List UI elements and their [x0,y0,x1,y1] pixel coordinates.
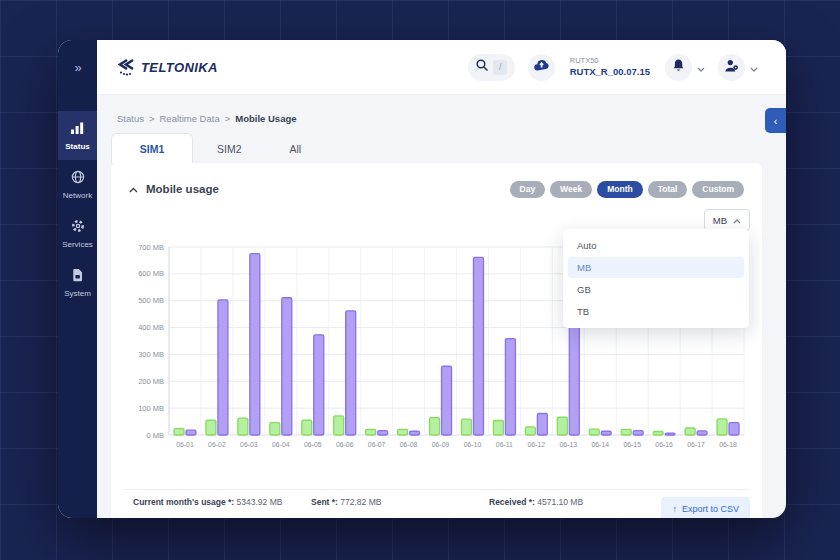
breadcrumb: Status>Realtime Data>Mobile Usage [117,113,762,124]
app-window: » Status Network Services [58,40,786,518]
unit-option-tb[interactable]: TB [568,301,744,322]
user-gear-icon [724,58,739,77]
globe-icon [71,170,85,188]
sidebar-item-services[interactable]: Services [58,209,97,258]
svg-text:06-01: 06-01 [176,441,194,448]
svg-text:06-04: 06-04 [272,441,290,448]
period-month-button[interactable]: Month [597,181,643,198]
period-custom-button[interactable]: Custom [692,181,744,198]
card-header: Mobile usage Day Week Month Total Custom [123,175,750,203]
svg-text:700 MB: 700 MB [138,243,164,252]
breadcrumb-status[interactable]: Status [117,113,144,124]
svg-text:06-03: 06-03 [240,441,258,448]
sidebar-expand-icon[interactable]: » [74,60,80,75]
mobile-usage-card: Mobile usage Day Week Month Total Custom… [111,163,762,518]
chevron-up-icon [733,215,741,226]
svg-text:06-02: 06-02 [208,441,226,448]
svg-text:600 MB: 600 MB [138,269,164,278]
stat-value: 772.82 MB [340,497,381,507]
svg-text:06-07: 06-07 [368,441,386,448]
sim-tabs: SIM1 SIM2 All [111,134,762,163]
sim-card-icon [71,268,84,286]
gear-icon [71,219,85,237]
signal-bars-icon [70,121,85,139]
stat-label: Sent *: [311,497,338,507]
cloud-icon [533,58,550,76]
period-total-button[interactable]: Total [648,181,688,198]
tab-all[interactable]: All [266,134,326,163]
header-controls: / RUTX50 RUTX_R_00.07.15 [468,54,758,81]
sidebar-item-system[interactable]: System [58,258,97,307]
period-day-button[interactable]: Day [510,181,546,198]
breadcrumb-realtime-data[interactable]: Realtime Data [160,113,220,124]
unit-option-mb[interactable]: MB [568,257,744,278]
main-area: TELTONIKA / RUTX50 RUTX_R_00.07.15 [97,40,786,518]
notifications-button[interactable] [665,54,692,81]
upload-arrow-icon: ↑ [672,504,677,514]
unit-option-auto[interactable]: Auto [568,235,744,256]
svg-text:500 MB: 500 MB [138,296,164,305]
breadcrumb-separator: > [225,113,231,124]
svg-text:200 MB: 200 MB [138,377,164,386]
export-csv-button[interactable]: ↑ Export to CSV [661,497,750,518]
chevron-left-icon: ‹ [774,115,778,127]
teltonika-logo-mark [115,58,137,77]
tab-sim1[interactable]: SIM1 [111,133,193,163]
sidebar: » Status Network Services [58,40,97,518]
unit-select-value: MB [713,215,727,226]
unit-select-button[interactable]: MB [704,209,750,231]
period-pills: Day Week Month Total Custom [510,181,744,198]
sidebar-nav: Status Network Services System [58,111,97,307]
period-week-button[interactable]: Week [550,181,592,198]
user-settings-button[interactable] [718,54,745,81]
teltonika-logo[interactable]: TELTONIKA [115,58,218,77]
sidebar-item-status[interactable]: Status [58,111,97,160]
sidebar-item-label: System [64,289,91,298]
sidebar-item-label: Network [63,191,92,200]
svg-text:100 MB: 100 MB [138,404,164,413]
unit-option-gb[interactable]: GB [568,279,744,300]
stat-value: 4571.10 MB [537,497,583,507]
svg-text:06-06: 06-06 [336,441,354,448]
breadcrumb-separator: > [149,113,155,124]
breadcrumb-mobile-usage: Mobile Usage [235,113,296,124]
stat-label: Current month's usage *: [133,497,234,507]
search-shortcut-key: / [493,60,507,75]
top-header: TELTONIKA / RUTX50 RUTX_R_00.07.15 [97,40,786,95]
search-button[interactable]: / [468,54,515,81]
svg-text:06-08: 06-08 [400,441,418,448]
export-csv-label: Export to CSV [682,504,739,514]
panel-collapse-button[interactable]: ‹ [765,108,786,133]
rms-cloud-button[interactable] [528,54,555,81]
device-model: RUTX50 [570,56,650,65]
sidebar-item-network[interactable]: Network [58,160,97,209]
stat-value: 5343.92 MB [237,497,283,507]
stat-sent: Sent *: 772.82 MB [311,497,489,507]
sidebar-item-label: Services [62,240,93,249]
svg-text:06-13: 06-13 [559,441,577,448]
chevron-down-icon[interactable] [750,58,758,76]
svg-text:06-18: 06-18 [719,441,737,448]
tab-sim2[interactable]: SIM2 [193,134,266,163]
notifications-control [665,54,705,81]
card-title: Mobile usage [146,183,219,195]
collapse-chevron-icon[interactable] [129,183,138,195]
stat-received: Received *: 4571.10 MB [489,497,661,507]
search-icon [475,58,489,76]
device-info: RUTX50 RUTX_R_00.07.15 [570,56,650,77]
unit-dropdown-menu: Auto MB GB TB [563,229,749,328]
svg-text:0 MB: 0 MB [146,431,164,440]
chevron-down-icon[interactable] [697,58,705,76]
stat-current-month: Current month's usage *: 5343.92 MB [133,497,311,507]
stat-label: Received *: [489,497,535,507]
svg-text:06-14: 06-14 [591,441,609,448]
svg-text:06-05: 06-05 [304,441,322,448]
device-firmware: RUTX_R_00.07.15 [570,66,650,78]
svg-text:06-17: 06-17 [687,441,705,448]
svg-text:06-10: 06-10 [464,441,482,448]
svg-text:06-12: 06-12 [528,441,546,448]
card-title-group: Mobile usage [129,183,219,195]
svg-text:400 MB: 400 MB [138,323,164,332]
bell-icon [671,58,686,77]
svg-text:06-16: 06-16 [655,441,673,448]
